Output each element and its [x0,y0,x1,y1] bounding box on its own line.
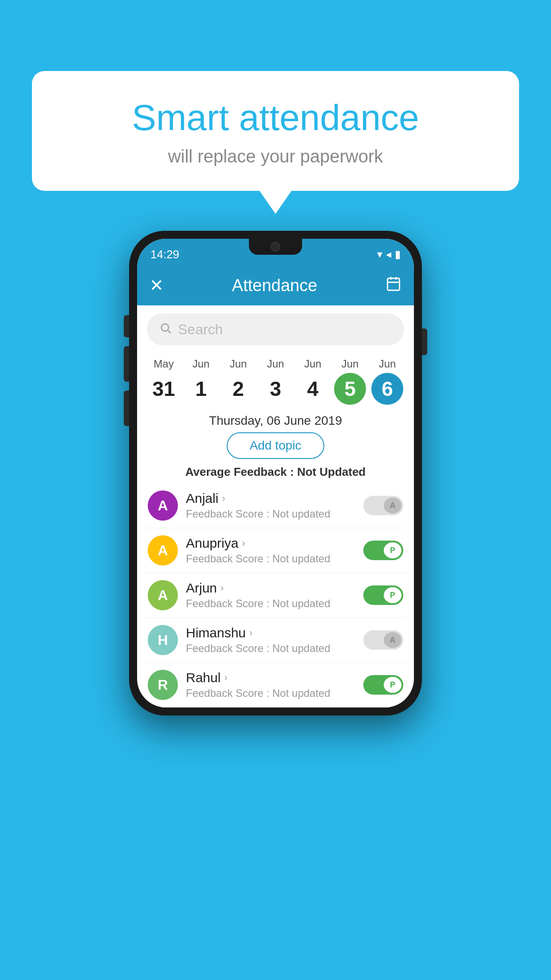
date-month: Jun [304,358,322,370]
date-month: Jun [342,358,359,370]
date-number: 1 [185,373,217,405]
student-info: Anjali ›Feedback Score : Not updated [186,491,363,520]
chevron-icon: › [242,537,245,549]
attendance-toggle[interactable]: A [363,496,403,515]
search-placeholder: Search [178,321,223,338]
student-feedback-score: Feedback Score : Not updated [186,642,363,655]
volume-silent-button [124,315,129,337]
attendance-toggle[interactable]: A [363,630,403,650]
student-feedback-score: Feedback Score : Not updated [186,508,363,520]
student-avatar: H [148,625,178,655]
header-title: Attendance [232,276,317,295]
date-item[interactable]: Jun1 [185,358,217,405]
wifi-icon: ▾ [377,248,382,261]
search-bar[interactable]: Search [147,313,404,345]
student-row[interactable]: AAnjali ›Feedback Score : Not updatedA [144,483,407,528]
phone-screen: 14:29 ▾ ◂ ▮ ✕ Attendance [137,239,414,707]
student-avatar: A [148,580,178,610]
date-item[interactable]: Jun5 [334,358,366,405]
bubble-title: Smart attendance [54,98,497,138]
date-number: 31 [148,373,180,405]
power-button [422,328,427,355]
date-item[interactable]: Jun3 [260,358,291,405]
date-month: Jun [379,358,396,370]
student-feedback-score: Feedback Score : Not updated [186,553,363,565]
phone-notch [249,239,302,255]
student-row[interactable]: RRahul ›Feedback Score : Not updatedP [144,663,407,707]
date-item[interactable]: Jun4 [297,358,329,405]
phone-wrapper: 14:29 ▾ ◂ ▮ ✕ Attendance [129,231,422,715]
phone-outer: 14:29 ▾ ◂ ▮ ✕ Attendance [129,231,422,715]
date-month: May [153,358,173,370]
chevron-icon: › [222,493,225,504]
chevron-icon: › [249,627,252,639]
date-number: 4 [297,373,329,405]
front-camera [271,242,280,252]
student-feedback-score: Feedback Score : Not updated [186,597,363,610]
volume-up-button [124,346,129,382]
date-month: Jun [193,358,210,370]
student-row[interactable]: HHimanshu ›Feedback Score : Not updatedA [144,618,407,663]
svg-point-4 [161,324,169,331]
date-number: 3 [260,373,291,405]
app-header: ✕ Attendance [137,265,414,305]
signal-icon: ◂ [386,248,391,261]
bubble-subtitle: will replace your paperwork [54,146,497,166]
search-icon [159,322,172,337]
selected-date-text: Thursday, 06 June 2019 [137,414,414,428]
date-strip: May31Jun1Jun2Jun3Jun4Jun5Jun6 [137,353,414,407]
svg-rect-0 [387,278,399,290]
status-time: 14:29 [150,248,179,261]
status-icons: ▾ ◂ ▮ [377,248,401,261]
student-feedback-score: Feedback Score : Not updated [186,687,363,699]
add-topic-button[interactable]: Add topic [227,432,325,459]
date-number: 5 [334,373,366,405]
close-button[interactable]: ✕ [150,276,164,295]
student-info: Arjun ›Feedback Score : Not updated [186,581,363,610]
volume-down-button [124,391,129,426]
attendance-toggle[interactable]: P [363,585,403,605]
date-item[interactable]: Jun2 [222,358,254,405]
calendar-icon[interactable] [386,276,401,295]
student-name: Arjun › [186,581,363,596]
student-avatar: A [148,535,178,565]
student-info: Himanshu ›Feedback Score : Not updated [186,625,363,655]
student-list: AAnjali ›Feedback Score : Not updatedAAA… [137,483,414,707]
student-avatar: R [148,670,178,700]
date-number: 2 [222,373,254,405]
avg-feedback-label: Average Feedback : Not Updated [137,465,414,479]
student-info: Rahul ›Feedback Score : Not updated [186,670,363,699]
date-item[interactable]: May31 [148,358,180,405]
svg-line-5 [168,330,170,333]
battery-icon: ▮ [395,248,401,261]
date-month: Jun [267,358,284,370]
student-info: Anupriya ›Feedback Score : Not updated [186,536,363,565]
avg-feedback-value: Not Updated [297,465,366,478]
student-name: Himanshu › [186,625,363,640]
speech-bubble-container: Smart attendance will replace your paper… [32,71,519,191]
student-name: Rahul › [186,670,363,685]
student-row[interactable]: AArjun ›Feedback Score : Not updatedP [144,573,407,618]
speech-bubble: Smart attendance will replace your paper… [32,71,519,191]
student-name: Anjali › [186,491,363,506]
date-item[interactable]: Jun6 [371,358,403,405]
student-row[interactable]: AAnupriya ›Feedback Score : Not updatedP [144,528,407,573]
chevron-icon: › [220,582,224,594]
attendance-toggle[interactable]: P [363,541,403,560]
date-month: Jun [230,358,247,370]
chevron-icon: › [224,672,227,684]
student-avatar: A [148,490,178,521]
student-name: Anupriya › [186,536,363,551]
date-number: 6 [371,373,403,405]
attendance-toggle[interactable]: P [363,675,403,695]
